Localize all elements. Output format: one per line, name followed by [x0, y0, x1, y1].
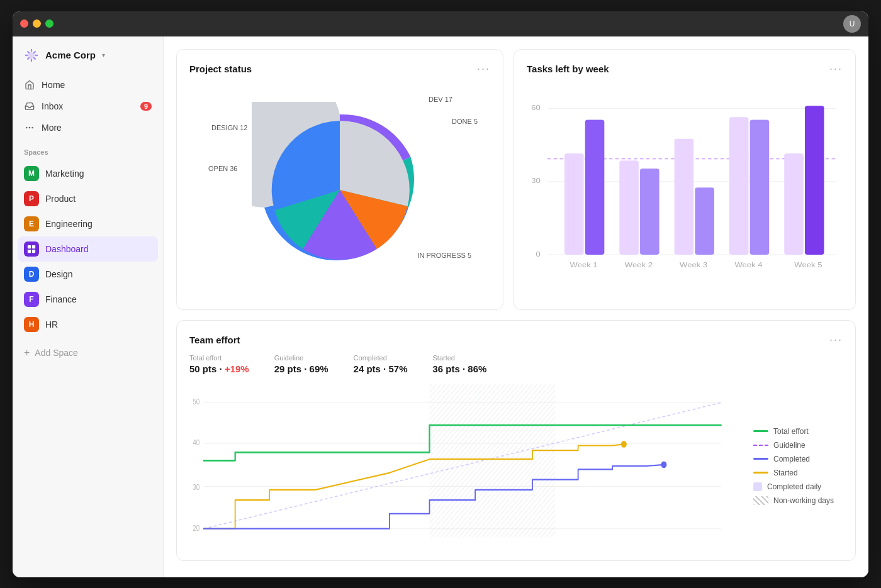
sidebar-label-dashboard: Dashboard [45, 244, 89, 254]
effort-chart-area: 50 40 30 20 [189, 384, 843, 548]
maximize-button[interactable] [45, 19, 53, 28]
legend-completed: Completed [753, 455, 843, 463]
svg-text:Week 2: Week 2 [625, 261, 653, 268]
titlebar: U [13, 11, 868, 36]
tasks-by-week-card: Tasks left by week ··· 60 30 0 [513, 49, 856, 310]
stat-value-guideline: 29 pts · 69% [274, 363, 328, 374]
sidebar-label-engineering: Engineering [45, 219, 93, 229]
tasks-title: Tasks left by week [527, 64, 609, 74]
home-icon [24, 79, 35, 91]
stat-label-total: Total effort [189, 354, 249, 362]
legend-nonworking: Non-working days [753, 496, 843, 505]
svg-text:Week 3: Week 3 [680, 261, 708, 268]
pie-label-done: DONE 5 [452, 118, 478, 125]
stat-value-completed: 24 pts · 57% [354, 363, 408, 374]
tasks-header: Tasks left by week ··· [527, 62, 843, 75]
add-space-label: Add Space [35, 348, 78, 358]
sidebar-item-more[interactable]: More [18, 117, 158, 138]
add-space-button[interactable]: + Add Space [13, 342, 163, 363]
app-window: U Acme Corp ▾ [13, 11, 868, 577]
svg-point-1 [29, 127, 30, 128]
bar-chart-svg: 60 30 0 [527, 83, 843, 278]
spaces-list: M Marketing P Product E Engineering [13, 158, 163, 340]
sidebar-item-product[interactable]: P Product [18, 186, 158, 211]
project-status-header: Project status ··· [189, 62, 490, 75]
chevron-down-icon: ▾ [102, 52, 105, 58]
effort-legend: Total effort Guideline Completed St [748, 384, 843, 548]
top-row: Project status ··· [176, 49, 856, 310]
project-status-menu[interactable]: ··· [477, 62, 490, 75]
svg-point-40 [621, 440, 627, 447]
svg-point-3 [26, 127, 27, 128]
svg-rect-17 [619, 160, 639, 255]
legend-completed-daily: Completed daily [753, 482, 843, 491]
legend-line-total [753, 430, 768, 432]
svg-text:40: 40 [193, 438, 199, 447]
svg-rect-38 [430, 384, 556, 538]
legend-guideline: Guideline [753, 441, 843, 450]
sidebar-item-finance[interactable]: F Finance [18, 287, 158, 312]
svg-text:30: 30 [193, 483, 199, 491]
sidebar-item-design[interactable]: D Design [18, 262, 158, 287]
pie-chart-container: DEV 17 DONE 5 IN PROGRESS 5 DESIGN OPEN … [189, 83, 490, 297]
sidebar-label-hr: HR [45, 319, 58, 330]
svg-text:50: 50 [193, 397, 199, 406]
svg-rect-16 [585, 119, 605, 254]
svg-rect-4 [28, 245, 31, 248]
svg-rect-24 [805, 106, 824, 255]
legend-line-started [753, 472, 768, 474]
svg-point-0 [29, 53, 33, 57]
team-effort-card: Team effort ··· Total effort 50 pts · +1… [176, 320, 856, 561]
svg-text:Week 5: Week 5 [794, 261, 822, 268]
legend-total-effort: Total effort [753, 427, 843, 436]
pie-label-open: DESIGN OPEN 36 [208, 165, 237, 172]
inbox-icon [24, 101, 35, 112]
inbox-badge: 9 [140, 102, 152, 111]
legend-line-completed [753, 458, 768, 460]
team-effort-menu[interactable]: ··· [829, 333, 843, 347]
finance-space-icon: F [24, 292, 39, 307]
svg-rect-21 [729, 117, 749, 255]
pie-label-inprogress: IN PROGRESS 5 [417, 252, 471, 259]
team-effort-title: Team effort [189, 335, 240, 345]
svg-point-41 [661, 461, 666, 468]
sidebar-label-finance: Finance [45, 294, 77, 304]
project-status-title: Project status [189, 64, 252, 74]
product-space-icon: P [24, 191, 39, 206]
legend-box-completed [753, 482, 762, 491]
legend-line-guideline [753, 445, 768, 446]
svg-text:0: 0 [536, 250, 541, 257]
user-avatar[interactable]: U [843, 15, 861, 33]
svg-rect-7 [32, 249, 35, 252]
svg-rect-15 [564, 153, 584, 254]
sidebar-label-design: Design [45, 269, 73, 279]
sidebar-label-home: Home [42, 80, 65, 90]
sidebar-item-engineering[interactable]: E Engineering [18, 211, 158, 236]
company-header[interactable]: Acme Corp ▾ [13, 36, 163, 72]
tasks-menu[interactable]: ··· [829, 62, 843, 75]
company-name: Acme Corp [45, 50, 96, 60]
sidebar-item-hr[interactable]: H HR [18, 312, 158, 337]
traffic-lights [20, 19, 53, 28]
dashboard-space-icon [24, 241, 39, 257]
sidebar-label-more: More [42, 123, 62, 133]
svg-rect-23 [784, 153, 804, 254]
pie-label-dev: DEV 17 [429, 96, 452, 103]
sidebar-item-inbox[interactable]: Inbox 9 [18, 96, 158, 117]
sidebar-item-marketing[interactable]: M Marketing [18, 161, 158, 186]
sidebar-item-dashboard[interactable]: Dashboard [18, 236, 158, 262]
bar-chart-area: 60 30 0 [527, 83, 843, 297]
marketing-space-icon: M [24, 166, 39, 181]
stat-value-total: 50 pts · +19% [189, 363, 249, 374]
sidebar-item-home[interactable]: Home [18, 74, 158, 96]
sidebar-label-product: Product [45, 194, 76, 204]
team-effort-header: Team effort ··· [189, 333, 843, 347]
minimize-button[interactable] [33, 19, 41, 28]
close-button[interactable] [20, 19, 28, 28]
svg-text:20: 20 [193, 524, 199, 532]
engineering-space-icon: E [24, 216, 39, 231]
effort-chart-svg-wrap: 50 40 30 20 [189, 384, 738, 548]
sidebar-nav: Home Inbox 9 [13, 72, 163, 141]
svg-text:Week 4: Week 4 [734, 261, 763, 268]
sidebar: Acme Corp ▾ Home [13, 36, 164, 577]
